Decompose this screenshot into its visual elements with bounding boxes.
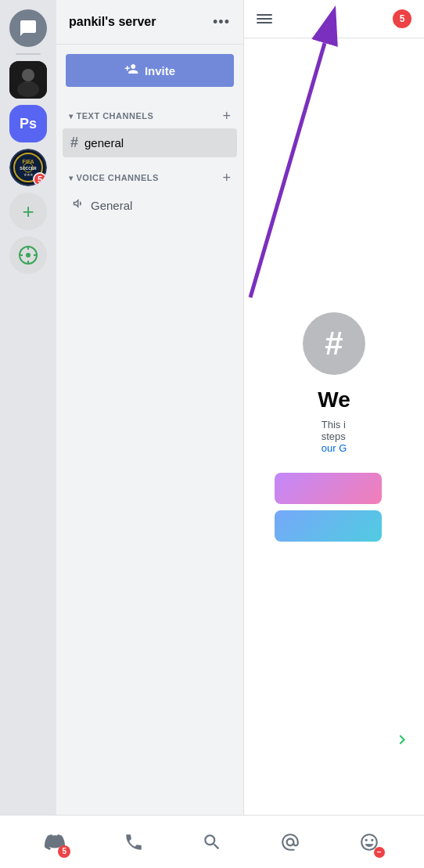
- voice-channels-header[interactable]: ▾ VOICE CHANNELS +: [63, 158, 237, 189]
- main-area: Ps FIFA SOCCER ★★★ 5 +: [0, 0, 424, 815]
- server-icon-fifa[interactable]: FIFA SOCCER ★★★ 5: [9, 149, 47, 186]
- emoji-minus-symbol: −: [377, 848, 382, 856]
- svg-text:SOCCER: SOCCER: [20, 166, 37, 171]
- welcome-link[interactable]: our G: [322, 442, 347, 454]
- svg-point-1: [22, 69, 34, 81]
- text-channels-section: ▾ TEXT CHANNELS + # general: [56, 96, 243, 158]
- channel-sidebar: pankil's server ••• Invite ▾: [56, 0, 244, 815]
- bottom-navigation: 5 −: [0, 815, 424, 868]
- hamburger-line-3: [257, 22, 272, 23]
- ps-label: Ps: [20, 116, 37, 132]
- channel-name-general: general: [84, 136, 124, 149]
- channel-item-general[interactable]: # general: [63, 128, 237, 157]
- server-more-button[interactable]: •••: [212, 13, 231, 31]
- emoji-minus-badge: −: [374, 847, 385, 858]
- server-icon-ps[interactable]: Ps: [9, 105, 47, 142]
- voice-channels-chevron: ▾: [69, 174, 74, 182]
- server-icon-chat[interactable]: [9, 9, 47, 47]
- channel-name-voice-general: General: [91, 199, 132, 212]
- svg-text:FIFA: FIFA: [22, 159, 34, 164]
- welcome-text: This istepsour G: [315, 412, 354, 460]
- content-card-2: [275, 510, 382, 542]
- voice-channels-title: ▾ VOICE CHANNELS: [69, 173, 159, 182]
- content-card-1: [275, 473, 382, 504]
- content-body: # We This istepsour G: [244, 38, 424, 815]
- discover-star: ★: [40, 236, 47, 246]
- server-list: Ps FIFA SOCCER ★★★ 5 +: [0, 0, 56, 815]
- channel-empty-space: [56, 221, 243, 815]
- text-channels-header[interactable]: ▾ TEXT CHANNELS +: [63, 96, 237, 128]
- add-text-channel-button[interactable]: +: [222, 109, 231, 123]
- welcome-text-content: This istepsour G: [322, 419, 347, 454]
- main-content: 5 # We This istepsour G: [244, 0, 424, 815]
- discord-nav-badge: 5: [58, 845, 70, 858]
- arrow-forward: [393, 730, 411, 752]
- voice-channels-section: ▾ VOICE CHANNELS + General: [56, 158, 243, 221]
- content-cards: [275, 473, 393, 542]
- invite-label: Invite: [145, 64, 175, 77]
- add-voice-channel-button[interactable]: +: [222, 171, 231, 185]
- server-name: pankil's server: [69, 15, 156, 29]
- hamburger-line-2: [257, 18, 272, 20]
- welcome-hash-icon: #: [303, 312, 365, 375]
- fifa-badge: 5: [33, 172, 47, 186]
- svg-point-11: [26, 253, 31, 258]
- svg-text:★★★: ★★★: [23, 172, 34, 177]
- invite-button[interactable]: Invite: [66, 54, 234, 87]
- welcome-title: We: [318, 387, 350, 412]
- nav-item-emoji[interactable]: −: [352, 825, 386, 859]
- channel-prefix-hash: #: [70, 135, 78, 151]
- channel-item-voice-general[interactable]: General: [63, 190, 237, 220]
- nav-item-friends[interactable]: [117, 825, 151, 859]
- svg-rect-3: [9, 83, 47, 99]
- nav-item-search[interactable]: [195, 825, 229, 859]
- server-icon-discover[interactable]: ★: [9, 236, 47, 274]
- more-dots: •••: [213, 14, 230, 31]
- content-header: 5: [244, 0, 424, 38]
- hamburger-line-1: [257, 14, 272, 16]
- channel-prefix-speaker: [70, 196, 84, 214]
- text-channels-title: ▾ TEXT CHANNELS: [69, 111, 153, 121]
- add-icon-symbol: +: [22, 200, 34, 224]
- text-channels-chevron: ▾: [69, 112, 74, 121]
- server-separator: [16, 53, 41, 55]
- server-icon-add[interactable]: +: [9, 193, 47, 230]
- invite-icon: [124, 62, 138, 79]
- nav-item-discord[interactable]: 5: [38, 825, 72, 859]
- server-icon-person[interactable]: [9, 61, 47, 99]
- hamburger-menu[interactable]: [257, 14, 272, 23]
- app-container: Ps FIFA SOCCER ★★★ 5 +: [0, 0, 424, 868]
- header-notification-badge: 5: [393, 9, 411, 28]
- server-header: pankil's server •••: [56, 0, 243, 45]
- nav-item-mentions[interactable]: [273, 825, 307, 859]
